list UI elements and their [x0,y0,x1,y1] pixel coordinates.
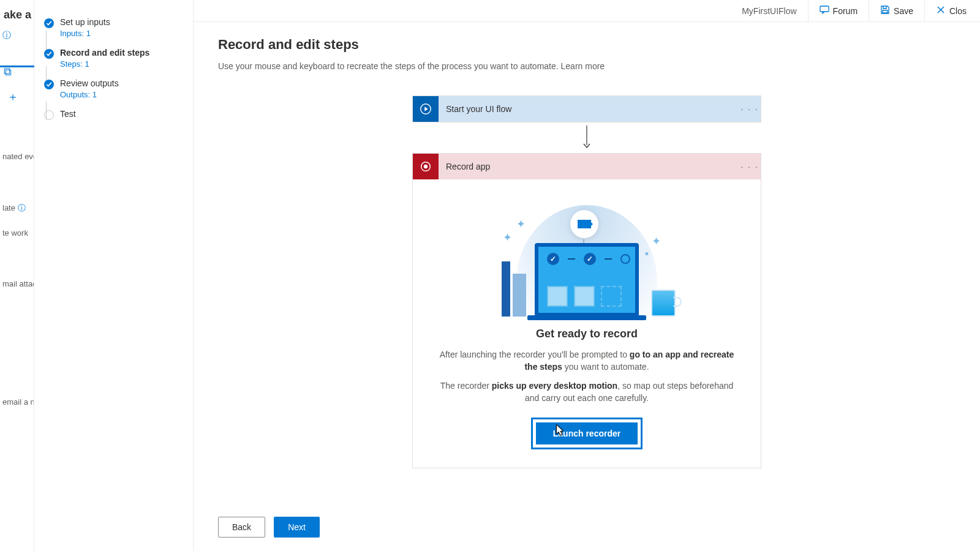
check-icon [44,80,54,89]
page-description: Use your mouse and keyboard to recreate … [218,61,956,71]
truncated-text: late ⓘ [0,200,34,216]
more-icon[interactable]: · · · [739,104,761,114]
wizard-step-test[interactable]: Test [40,104,187,125]
body-heading: Get ready to record [437,328,736,340]
main-content: Record and edit steps Use your mouse and… [194,22,980,551]
card-title: Start your UI flow [439,104,739,114]
svg-point-4 [424,165,428,168]
launch-button-focus: Launch recorder [531,418,643,449]
body-paragraph-2: The recorder picks up every desktop moti… [437,380,736,404]
card-title: Record app [439,162,739,171]
step-label: Set up inputs [60,17,110,27]
step-label: Test [60,109,76,119]
learn-more-link[interactable]: Learn more [561,61,605,71]
body-paragraph-1: After launching the recorder you'll be p… [437,349,736,373]
record-card-header[interactable]: Record app · · · [413,154,761,179]
record-app-card: Record app · · · ✦✦✦• ✓✓ Get [412,153,761,468]
back-button[interactable]: Back [218,517,265,538]
step-sub: Outputs: 1 [60,90,119,99]
record-card-body: ✦✦✦• ✓✓ Get ready to record After launch… [413,179,761,468]
plus-icon[interactable]: ＋ [4,89,30,104]
truncated-heading: ake a flo [0,0,34,30]
flow-canvas: Start your UI flow · · · Record app · · … [218,96,956,468]
play-icon [413,96,439,122]
close-icon [936,5,946,17]
pending-icon [44,110,54,120]
wizard-step-inputs[interactable]: Set up inputsInputs: 1 [40,12,187,43]
truncated-text: te work [0,226,34,240]
svg-rect-0 [820,6,829,12]
flow-connector [581,122,592,153]
check-icon [44,49,54,59]
copy-icon[interactable]: ⧉ [4,66,30,78]
save-icon [880,5,890,17]
more-icon[interactable]: · · · [739,162,761,171]
wizard-step-record[interactable]: Record and edit stepsSteps: 1 [40,43,187,73]
flow-name: MyFirstUIFlow [731,6,807,16]
forum-button[interactable]: Forum [808,0,869,22]
camera-icon [570,210,598,238]
step-label: Record and edit steps [60,48,149,58]
info-icon: ⓘ [0,30,34,41]
chat-icon [820,5,829,17]
icon-stack: ⧉ ＋ [0,41,34,140]
step-sub: Inputs: 1 [60,29,110,38]
top-bar: MyFirstUIFlow Forum Save Clos [194,0,980,22]
truncated-text: email a n [0,395,34,409]
check-icon [44,18,54,28]
save-button[interactable]: Save [869,0,924,22]
step-sub: Steps: 1 [60,59,149,69]
page-title: Record and edit steps [218,37,956,53]
active-indicator [0,66,34,67]
record-icon [413,154,439,179]
wizard-step-outputs[interactable]: Review outputsOutputs: 1 [40,73,187,104]
launch-recorder-button[interactable]: Launch recorder [536,422,638,444]
close-button[interactable]: Clos [924,0,978,22]
next-button[interactable]: Next [274,517,320,538]
start-flow-card[interactable]: Start your UI flow · · · [412,96,761,122]
truncated-text: nated even [0,149,34,163]
recorder-illustration: ✦✦✦• ✓✓ [498,194,676,317]
truncated-text: mail attac [0,277,34,291]
step-label: Review outputs [60,78,119,88]
wizard-steps-sidebar: Set up inputsInputs: 1 Record and edit s… [34,0,194,551]
mouse-cursor-icon [554,424,565,436]
left-panel-fragment: ake a flo ⓘ ⧉ ＋ nated even late ⓘ te wor… [0,0,34,551]
wizard-footer: Back Next [218,517,320,538]
